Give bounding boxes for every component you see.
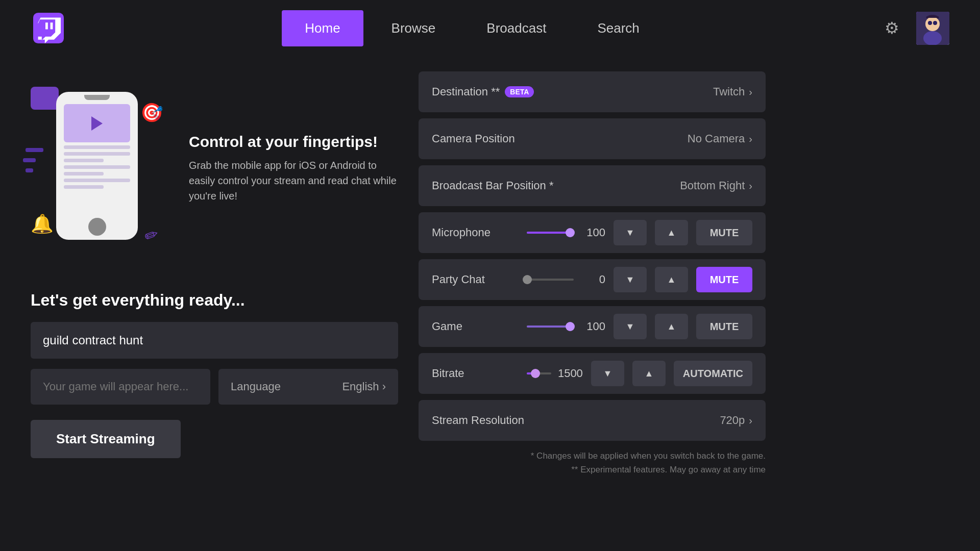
header: Home Browse Broadcast Search ⚙ (0, 0, 980, 56)
broadcast-bar-value[interactable]: Bottom Right › (680, 179, 752, 192)
promo-text: Control at your fingertips! Grab the mob… (189, 133, 398, 204)
stream-resolution-row: Stream Resolution 720p › (419, 400, 766, 441)
microphone-slider-fill (527, 232, 570, 234)
chevron-right-icon: › (749, 415, 752, 427)
svg-point-5 (923, 31, 942, 45)
nav-broadcast[interactable]: Broadcast (463, 10, 569, 46)
phone-notch (84, 95, 110, 100)
promo-section: 🎯 (31, 71, 398, 265)
svg-point-7 (933, 21, 937, 25)
microphone-slider-thumb[interactable] (566, 228, 575, 237)
promo-heading: Control at your fingertips! (189, 133, 398, 151)
svg-point-6 (928, 21, 932, 25)
camera-value[interactable]: No Camera › (688, 132, 752, 145)
phone-line (64, 179, 130, 182)
phone-play-area (64, 104, 130, 142)
target-icon: 🎯 (140, 102, 163, 125)
microphone-label: Microphone (432, 226, 513, 239)
destination-label: Destination ** BETA (432, 85, 534, 98)
phone-line-short (64, 159, 104, 162)
camera-row: Camera Position No Camera › (419, 118, 766, 159)
main-content: 🎯 (0, 56, 980, 551)
game-slider[interactable] (527, 325, 574, 328)
stream-resolution-value[interactable]: 720p › (720, 414, 752, 427)
party-chat-value: 0 (580, 273, 605, 286)
game-slider-fill (527, 325, 570, 328)
microphone-mute-button[interactable]: MUTE (696, 220, 752, 245)
bitrate-down-button[interactable]: ▼ (591, 361, 624, 386)
party-chat-up-button[interactable]: ▲ (655, 267, 688, 292)
game-mute-button[interactable]: MUTE (696, 314, 752, 339)
microphone-slider[interactable] (527, 232, 574, 234)
nav-search[interactable]: Search (574, 10, 662, 46)
bell-icon: 🔔 (31, 213, 54, 235)
phone-line (64, 165, 130, 169)
right-panel: Destination ** BETA Twitch › Camera Posi… (419, 56, 766, 551)
pencil-icon: ✏ (141, 224, 161, 247)
phone-line (64, 152, 130, 156)
destination-row: Destination ** BETA Twitch › (419, 71, 766, 112)
stream-resolution-label: Stream Resolution (432, 414, 524, 427)
avatar[interactable] (916, 12, 949, 45)
microphone-slider-container: 100 (527, 226, 605, 239)
chevron-right-icon: › (749, 133, 752, 145)
bitrate-automatic-button[interactable]: AUTOMATIC (674, 361, 752, 386)
party-chat-label: Party Chat (432, 273, 513, 286)
game-input[interactable] (31, 369, 210, 405)
nav-home[interactable]: Home (282, 10, 363, 46)
bitrate-value: 1500 (557, 367, 583, 380)
party-chat-mute-button[interactable]: MUTE (696, 267, 752, 292)
destination-value[interactable]: Twitch › (713, 85, 752, 98)
game-slider-thumb[interactable] (566, 322, 575, 331)
phone-lines (64, 145, 130, 189)
chevron-right-icon: › (749, 180, 752, 192)
game-down-button[interactable]: ▼ (614, 314, 647, 339)
game-slider-container: 100 (527, 320, 605, 333)
phone-illustration: 🎯 (31, 87, 163, 250)
game-row: Game 100 ▼ ▲ MUTE (419, 306, 766, 347)
beta-badge: BETA (505, 86, 534, 97)
game-value: 100 (580, 320, 605, 333)
logo-area (31, 10, 66, 46)
party-chat-slider-thumb[interactable] (523, 275, 532, 284)
start-streaming-button[interactable]: Start Streaming (31, 420, 181, 458)
phone-body (56, 92, 138, 240)
party-chat-slider[interactable] (527, 279, 574, 281)
chevron-right-icon: › (749, 86, 752, 98)
deco-bar (26, 168, 33, 172)
promo-description: Grab the mobile app for iOS or Android t… (189, 158, 398, 204)
twitch-logo-icon[interactable] (31, 10, 66, 46)
bitrate-up-button[interactable]: ▲ (632, 361, 666, 386)
language-label: Language (231, 380, 281, 393)
phone-screen (64, 104, 130, 218)
stream-title-input[interactable] (31, 322, 398, 359)
microphone-up-button[interactable]: ▲ (655, 220, 688, 245)
bitrate-slider-container: 1500 (527, 367, 583, 380)
party-chat-row: Party Chat 0 ▼ ▲ MUTE (419, 259, 766, 300)
bitrate-slider[interactable] (527, 372, 551, 374)
svg-rect-1 (51, 22, 53, 29)
game-label: Game (432, 320, 513, 333)
phone-line-short (64, 185, 104, 189)
deco-bar (26, 148, 43, 152)
footer-note-2: ** Experimental features. May go away at… (419, 463, 766, 477)
settings-button[interactable]: ⚙ (878, 14, 906, 42)
play-icon (91, 116, 103, 131)
svg-point-4 (925, 17, 940, 31)
footer-note-1: * Changes will be applied when you switc… (419, 449, 766, 463)
main-nav: Home Browse Broadcast Search (282, 10, 663, 46)
microphone-row: Microphone 100 ▼ ▲ MUTE (419, 212, 766, 253)
party-chat-down-button[interactable]: ▼ (614, 267, 647, 292)
nav-browse[interactable]: Browse (369, 10, 459, 46)
row-inputs: Language English › (31, 369, 398, 405)
chat-bubble-icon (31, 87, 59, 110)
setup-section: Let's get everything ready... Language E… (31, 291, 398, 458)
svg-rect-2 (45, 22, 48, 29)
footer-notes: * Changes will be applied when you switc… (419, 449, 766, 477)
bitrate-slider-thumb[interactable] (531, 369, 540, 378)
game-up-button[interactable]: ▲ (655, 314, 688, 339)
language-select[interactable]: Language English › (218, 369, 398, 405)
microphone-down-button[interactable]: ▼ (614, 220, 647, 245)
broadcast-bar-row: Broadcast Bar Position * Bottom Right › (419, 165, 766, 206)
deco-bar (23, 158, 36, 162)
